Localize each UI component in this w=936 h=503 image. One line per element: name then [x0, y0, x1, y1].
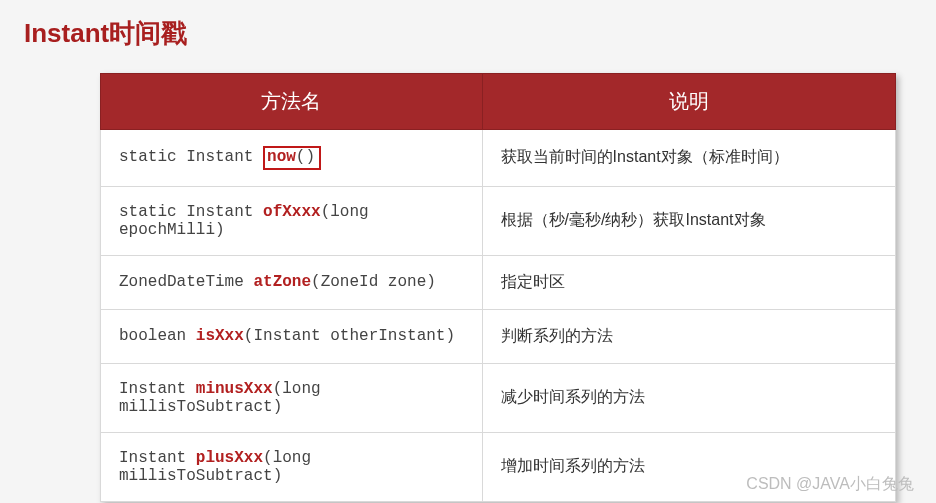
header-method: 方法名: [101, 74, 483, 130]
method-pre: static Instant: [119, 148, 263, 166]
method-keyword: atZone: [253, 273, 311, 291]
desc-cell: 指定时区: [482, 255, 895, 309]
desc-cell: 判断系列的方法: [482, 309, 895, 363]
method-cell: Instant minusXxx(long millisToSubtract): [101, 363, 483, 432]
method-pre: Instant: [119, 380, 196, 398]
method-pre: boolean: [119, 327, 196, 345]
table-row: boolean isXxx(Instant otherInstant) 判断系列…: [101, 309, 896, 363]
method-keyword: minusXxx: [196, 380, 273, 398]
method-cell: Instant plusXxx(long millisToSubtract): [101, 432, 483, 501]
desc-cell: 根据（秒/毫秒/纳秒）获取Instant对象: [482, 186, 895, 255]
method-post: (Instant otherInstant): [244, 327, 455, 345]
watermark: CSDN @JAVA小白兔兔: [746, 474, 914, 495]
method-post: (ZoneId zone): [311, 273, 436, 291]
method-pre: ZonedDateTime: [119, 273, 253, 291]
method-cell: ZonedDateTime atZone(ZoneId zone): [101, 255, 483, 309]
table-container: 方法名 说明 static Instant now() 获取当前时间的Insta…: [20, 73, 916, 502]
methods-table: 方法名 说明 static Instant now() 获取当前时间的Insta…: [100, 73, 896, 502]
table-row: static Instant now() 获取当前时间的Instant对象（标准…: [101, 130, 896, 187]
desc-cell: 获取当前时间的Instant对象（标准时间）: [482, 130, 895, 187]
desc-cell: 减少时间系列的方法: [482, 363, 895, 432]
header-desc: 说明: [482, 74, 895, 130]
table-row: Instant minusXxx(long millisToSubtract) …: [101, 363, 896, 432]
table-row: static Instant ofXxxx(long epochMilli) 根…: [101, 186, 896, 255]
method-keyword: plusXxx: [196, 449, 263, 467]
method-cell: boolean isXxx(Instant otherInstant): [101, 309, 483, 363]
method-cell: static Instant now(): [101, 130, 483, 187]
method-pre: static Instant: [119, 203, 263, 221]
method-keyword: isXxx: [196, 327, 244, 345]
table-row: ZonedDateTime atZone(ZoneId zone) 指定时区: [101, 255, 896, 309]
page-title: Instant时间戳: [20, 16, 916, 51]
method-keyword: ofXxxx: [263, 203, 321, 221]
highlight-box: now(): [263, 146, 321, 170]
method-pre: Instant: [119, 449, 196, 467]
method-cell: static Instant ofXxxx(long epochMilli): [101, 186, 483, 255]
method-keyword: now: [267, 148, 296, 166]
method-paren: (): [296, 148, 315, 166]
